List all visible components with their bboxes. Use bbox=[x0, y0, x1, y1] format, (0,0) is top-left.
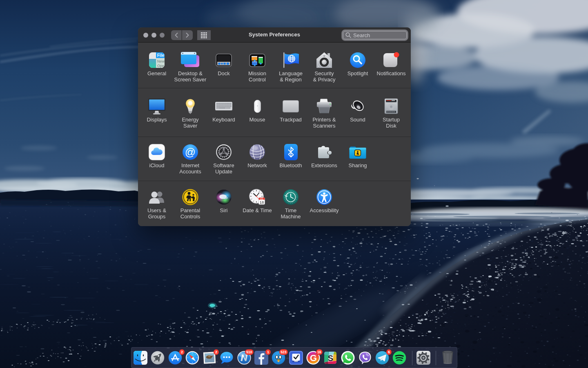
svg-text:G: G bbox=[310, 353, 317, 363]
svg-text:18: 18 bbox=[260, 200, 264, 204]
svg-text:File: File bbox=[157, 53, 165, 58]
svg-text:S: S bbox=[328, 354, 333, 363]
svg-text:New: New bbox=[157, 59, 165, 63]
svg-text:@: @ bbox=[185, 146, 196, 158]
svg-text:Ope: Ope bbox=[157, 64, 164, 68]
